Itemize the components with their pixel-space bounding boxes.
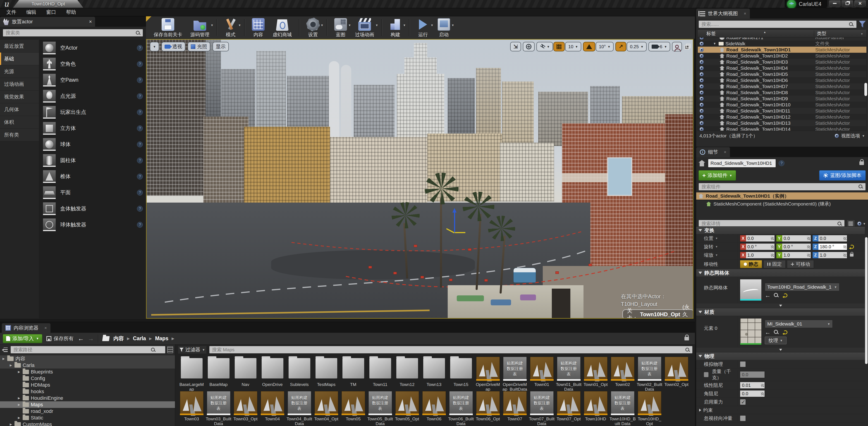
- scale-x-field[interactable]: X1.0: [740, 252, 775, 258]
- value-field[interactable]: 0.0: [740, 371, 765, 378]
- help-icon[interactable]: ?: [137, 77, 143, 83]
- placeable-actor-item[interactable]: 玩家出生点 ?: [39, 104, 146, 120]
- back-arrow-icon[interactable]: ←: [78, 335, 84, 342]
- asset-tile[interactable]: Town01_Opt: [582, 356, 609, 391]
- outliner-column-header[interactable]: 标签 ▲ 类型 ▼: [698, 29, 867, 37]
- outliner-row[interactable]: ▼ SideWalk 文件夹: [698, 40, 866, 47]
- menu-item[interactable]: 文件: [6, 9, 16, 16]
- search-assets-input[interactable]: [209, 346, 692, 354]
- menu-item[interactable]: 编辑: [26, 9, 36, 16]
- asset-tile[interactable]: Town12: [394, 356, 421, 391]
- details-view-options-button[interactable]: ▼: [857, 221, 866, 226]
- use-selected-icon[interactable]: ←: [765, 293, 771, 298]
- visibility-eye-icon[interactable]: [700, 109, 704, 113]
- asset-tile[interactable]: Town06_Opt: [474, 391, 501, 425]
- outliner-row[interactable]: ▼ RoutePlanner271 RoutePlanner: [698, 37, 866, 40]
- dropdown-arrow-icon[interactable]: ▼: [375, 24, 378, 27]
- placeable-actor-item[interactable]: 球体触发器 ?: [39, 217, 146, 233]
- visibility-eye-icon[interactable]: [700, 115, 704, 119]
- search-paths-input[interactable]: [10, 346, 165, 354]
- dropdown-arrow-icon[interactable]: ▼: [431, 24, 433, 27]
- toolbar-button[interactable]: 虚幻商城 ▼: [269, 17, 296, 38]
- visibility-eye-icon[interactable]: [700, 90, 704, 94]
- menu-item[interactable]: 窗口: [46, 9, 56, 16]
- outliner-filter-icon[interactable]: [859, 21, 866, 28]
- surface-snap-button[interactable]: ▼: [536, 42, 553, 51]
- placeable-actor-item[interactable]: 立方体 ?: [39, 120, 146, 136]
- tab-world-outliner[interactable]: 世界大纲视图 ×: [696, 9, 750, 19]
- help-icon[interactable]: ?: [137, 190, 143, 195]
- asset-tile[interactable]: Town10HD: [582, 391, 609, 425]
- visibility-eye-icon[interactable]: [700, 78, 704, 82]
- scale-tool-button[interactable]: ⇲: [510, 42, 521, 51]
- expand-arrow-icon[interactable]: ▶: [17, 370, 21, 373]
- location-z-field[interactable]: Z0.0: [812, 235, 847, 242]
- asset-tile[interactable]: Town15: [447, 356, 474, 391]
- folder-tree-item[interactable]: ▶ Config: [0, 375, 175, 382]
- asset-tile[interactable]: 贴图构建数据注册表 Town03_Built Data: [205, 391, 232, 425]
- asset-tile[interactable]: 贴图构建数据注册表 Town05_Built Data: [367, 391, 394, 425]
- tab-content-browser[interactable]: 内容浏览器 ×: [2, 323, 51, 333]
- add-import-button[interactable]: 添加/导入 ▼: [3, 334, 42, 343]
- gizmo-x-axis[interactable]: [455, 232, 465, 233]
- expand-arrow-icon[interactable]: ▶: [9, 423, 13, 426]
- outliner-row[interactable]: ▼ Road_Sidewalk_Town10HD5 StaticMeshActo…: [698, 71, 866, 77]
- toolbar-button[interactable]: 蓝图 ▼: [330, 17, 351, 38]
- help-icon[interactable]: ?: [137, 125, 143, 131]
- location-y-field[interactable]: Y0.0: [776, 235, 811, 242]
- asset-tile[interactable]: Town13: [421, 356, 447, 391]
- category-item[interactable]: 基础: [0, 53, 39, 65]
- lit-mode-button[interactable]: 光照: [188, 42, 210, 51]
- use-selected-icon[interactable]: ←: [765, 330, 771, 335]
- textures-dropdown-button[interactable]: 纹理 ▼: [765, 337, 786, 344]
- section-static-mesh[interactable]: 静态网格体: [696, 269, 865, 277]
- toolbar-button[interactable]: 保存当前关卡 ▼: [150, 17, 186, 38]
- toolbar-button[interactable]: 过场动画 ▼: [351, 17, 378, 38]
- visibility-eye-icon[interactable]: [700, 102, 704, 106]
- value-field[interactable]: 0.01: [740, 382, 765, 389]
- asset-tile[interactable]: 贴图构建数据注册表 Town10HD_Built Data: [609, 391, 636, 425]
- forward-arrow-icon[interactable]: →: [88, 335, 94, 342]
- gizmo-z-axis[interactable]: [454, 212, 455, 233]
- expand-arrow-icon[interactable]: ▶: [17, 396, 21, 400]
- column-label[interactable]: 标签: [698, 30, 814, 37]
- category-item[interactable]: 最近放置: [0, 40, 39, 53]
- restore-button[interactable]: [842, 0, 853, 6]
- drag-spinner-icon[interactable]: [761, 392, 764, 395]
- group-expand-icon[interactable]: [699, 408, 701, 412]
- outliner-row[interactable]: ▼ Road_Sidewalk_Town10HD14 StaticMeshAct…: [698, 126, 866, 131]
- asset-tile[interactable]: OpenDriveMap: [474, 356, 501, 391]
- show-button[interactable]: 显示: [213, 42, 229, 51]
- browse-icon[interactable]: [774, 330, 779, 335]
- expand-arrow-icon[interactable]: ▶: [17, 416, 21, 420]
- search-classes-input[interactable]: [3, 29, 143, 37]
- rotation-y-field[interactable]: Y0.0 °: [776, 243, 811, 250]
- asset-tile[interactable]: Town10HD_Opt: [636, 391, 663, 425]
- grid-snap-toggle[interactable]: [553, 42, 565, 51]
- asset-tile[interactable]: Town03: [178, 391, 205, 425]
- placeable-actor-item[interactable]: 球体 ?: [39, 136, 146, 152]
- placeable-actor-item[interactable]: 盒体触发器 ?: [39, 201, 146, 217]
- add-component-button[interactable]: + 添加组件 ▼: [699, 170, 736, 181]
- expand-arrow-icon[interactable]: ▶: [9, 364, 13, 367]
- folder-tree-item[interactable]: ▶ hooks: [0, 388, 175, 395]
- close-button[interactable]: ×: [855, 0, 866, 6]
- tab-details[interactable]: i 细节 ×: [696, 147, 730, 157]
- drag-spinner-icon[interactable]: [807, 245, 810, 248]
- asset-tile[interactable]: Town03_Opt: [232, 391, 259, 425]
- help-icon[interactable]: ?: [137, 157, 143, 163]
- expand-arrow-icon[interactable]: ▶: [17, 403, 21, 406]
- folder-tree-item[interactable]: ▶ Static: [0, 415, 175, 421]
- lock-icon[interactable]: [859, 161, 864, 165]
- actor-name-field[interactable]: [708, 159, 776, 168]
- placeable-actor-item[interactable]: 空角色 ?: [39, 56, 146, 72]
- maximize-viewport-icon[interactable]: [684, 43, 690, 50]
- asset-tile[interactable]: Town06: [421, 391, 447, 425]
- column-type[interactable]: 类型: [814, 30, 866, 37]
- search-components-input[interactable]: [699, 183, 866, 191]
- asset-tile[interactable]: 贴图构建数据注册表 Town02_Built Data: [636, 356, 663, 391]
- asset-tile[interactable]: 贴图构建数据注册表 OpenDriveMap_BuiltData: [501, 356, 528, 391]
- category-item[interactable]: 所有类: [0, 128, 39, 141]
- folder-tree-item[interactable]: ▶ road_xodr: [0, 408, 175, 415]
- asset-tile[interactable]: BaseMap: [205, 356, 232, 391]
